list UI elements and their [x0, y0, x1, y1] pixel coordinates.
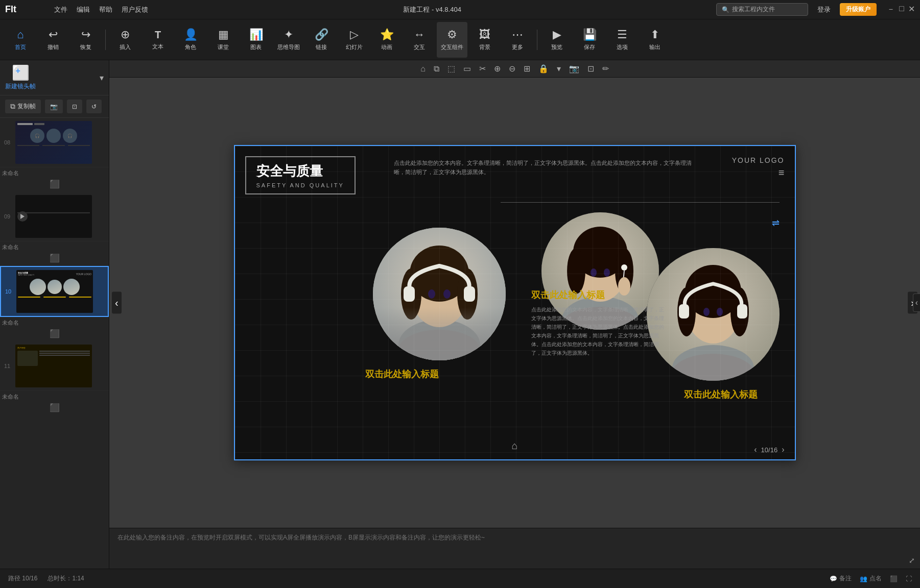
canvas-edit-button[interactable]: ✏ — [600, 62, 611, 75]
main-content: ⬜ + 新建镜头帧 ▾ ⧉ 复制帧 📷 ⊡ ↺ — [0, 60, 920, 569]
toolbar-slides-label: 幻灯片 — [346, 43, 363, 51]
sidebar-tools: ⧉ 复制帧 📷 ⊡ ↺ — [0, 95, 109, 118]
canvas-home-button[interactable]: ⌂ — [418, 63, 428, 75]
canvas-copy-button[interactable]: ⧉ — [431, 63, 442, 75]
canvas-grid-button[interactable]: ⊡ — [585, 62, 597, 75]
sidebar-expand-button[interactable]: ▾ — [100, 73, 104, 83]
app-logo: FIt — [5, 4, 46, 15]
sidebar-top: ⬜ + 新建镜头帧 ▾ — [0, 60, 109, 95]
slide-number-08: 08 — [4, 139, 15, 145]
toolbar-slides[interactable]: ▷ 幻灯片 — [339, 22, 369, 58]
flip-button[interactable]: ↺ — [86, 100, 102, 113]
canvas-camera-button[interactable]: 📷 — [567, 62, 582, 75]
slide-item-10[interactable]: 10 安全与质量 SAFETY AND QUALITY YOUR LOGO — [0, 266, 109, 317]
export-icon: ⬆ — [650, 28, 659, 41]
text-block-right[interactable]: 双击此处输入标题 — [647, 388, 795, 401]
statusbar-left: 路径 10/16 总时长：1:14 — [8, 574, 84, 583]
close-button[interactable]: ✕ — [908, 4, 915, 15]
toolbar-preview[interactable]: ▶ 预览 — [541, 22, 572, 58]
app-title: 新建工程 - v4.8.404 — [148, 5, 716, 14]
menu-edit[interactable]: 编辑 — [77, 5, 90, 14]
login-button[interactable]: 登录 — [813, 4, 835, 16]
minimize-button[interactable]: － — [887, 4, 895, 15]
mask-button[interactable]: ⊡ — [67, 100, 82, 113]
toolbar-character[interactable]: 👤 角色 — [175, 22, 206, 58]
share-button[interactable]: ⬛ — [890, 575, 898, 582]
mindmap-icon: ✦ — [284, 28, 293, 41]
slide-canvas[interactable]: 安全与质量 SAFETY AND QUALITY 点击此处添加您的文本内容。文字… — [234, 145, 796, 460]
slide-item-09[interactable]: 09 — [0, 192, 109, 241]
canvas-lock-button[interactable]: 🔒 — [536, 62, 551, 75]
page-next-button[interactable]: › — [782, 445, 784, 454]
toolbar-background-label: 背景 — [479, 43, 490, 51]
menu-file[interactable]: 文件 — [54, 5, 67, 14]
slide-item-11[interactable]: 11 用户评价 — [0, 341, 109, 391]
circle-image-1[interactable] — [373, 228, 506, 360]
slides-icon: ▷ — [350, 28, 359, 41]
restore-button[interactable]: □ — [899, 4, 904, 15]
toolbar-more-label: 更多 — [512, 43, 523, 51]
toolbar-text[interactable]: T 文本 — [143, 22, 173, 58]
notes-input[interactable] — [117, 533, 912, 564]
pointer-button[interactable]: 👥 点名 — [860, 574, 882, 583]
canvas-paste-button[interactable]: ⬚ — [445, 62, 458, 75]
text-block-left[interactable]: 双击此处输入标题 — [365, 368, 439, 380]
comment-button[interactable]: 💬 备注 — [830, 574, 852, 583]
canvas-fit-button[interactable]: ⊞ — [521, 62, 533, 75]
search-placeholder: 搜索工程内文件 — [732, 5, 775, 14]
slide-name-09: 未命名 — [0, 242, 109, 252]
toolbar-export[interactable]: ⬆ 输出 — [640, 22, 670, 58]
circle-image-3[interactable] — [647, 248, 780, 381]
plus-icon: + — [16, 66, 20, 76]
screenshot-button[interactable]: 📷 — [45, 100, 63, 113]
toolbar-undo[interactable]: ↩ 撤销 — [38, 22, 68, 58]
comment-label: 备注 — [839, 574, 852, 583]
slide-item-08[interactable]: 08 🎧 🎧 — [0, 118, 109, 167]
statusbar: 路径 10/16 总时长：1:14 💬 备注 👥 点名 ⬛ ⛶ — [0, 569, 920, 588]
canvas-wrapper: ‹ 安全与质量 SAFETY AND QUALITY 点击此处添加您的文本内容。… — [109, 78, 920, 528]
toolbar-redo[interactable]: ↪ 恢复 — [70, 22, 101, 58]
slide-header-text[interactable]: 点击此处添加您的文本内容。文字条理清晰，简洁明了，正文字体为思源黑体。点击此处添… — [394, 156, 700, 177]
titlebar-right: 🔍 搜索工程内文件 登录 升级账户 － □ ✕ — [716, 3, 915, 16]
toolbar-mindmap[interactable]: ✦ 思维导图 — [273, 22, 304, 58]
toolbar-animate[interactable]: ⭐ 动画 — [371, 22, 402, 58]
toolbar-options[interactable]: ☰ 选项 — [607, 22, 638, 58]
toolbar-more[interactable]: ⋯ 更多 — [502, 22, 533, 58]
slide-home-bottom-icon[interactable]: ⌂ — [511, 440, 517, 452]
toolbar-character-label: 角色 — [185, 43, 196, 51]
toolbar-insert[interactable]: ⊕ 插入 — [110, 22, 140, 58]
right-panel-toggle[interactable]: ‹ — [913, 293, 920, 312]
toolbar-interact[interactable]: ↔ 交互 — [404, 22, 435, 58]
toolbar-background[interactable]: 🖼 背景 — [469, 22, 500, 58]
canvas-lock-dropdown[interactable]: ▾ — [554, 62, 563, 75]
home-icon: ⌂ — [17, 28, 23, 41]
menu-help[interactable]: 帮助 — [99, 5, 112, 14]
upgrade-button[interactable]: 升级账户 — [840, 3, 877, 16]
new-frame-button[interactable]: ⬜ + 新建镜头帧 — [5, 64, 36, 91]
canvas-zoom-in-button[interactable]: ⊕ — [491, 62, 503, 75]
toolbar-chart[interactable]: 📊 图表 — [241, 22, 271, 58]
toolbar-link[interactable]: 🔗 链接 — [306, 22, 337, 58]
copy-frame-button[interactable]: ⧉ 复制帧 — [5, 100, 41, 113]
toolbar-classroom[interactable]: ▦ 课堂 — [208, 22, 239, 58]
toolbar-home[interactable]: ⌂ 首页 — [5, 22, 36, 58]
text-block-middle[interactable]: 双击此处输入标题 点击此处添加您的文本内容，文字条理清晰，简洁明了，正文字体为思… — [531, 289, 664, 357]
canvas-cut-button[interactable]: ✂ — [477, 62, 488, 75]
toolbar-interact-comp[interactable]: ⚙ 交互组件 — [437, 22, 467, 58]
fullscreen-button[interactable]: ⛶ — [906, 575, 912, 582]
slide-badge-09: ⬛ — [0, 252, 109, 264]
menu-feedback[interactable]: 用户反馈 — [122, 5, 148, 14]
canvas-frame-button[interactable]: ▭ — [461, 62, 474, 75]
toolbar-save[interactable]: 💾 保存 — [574, 22, 605, 58]
slide-title-box[interactable]: 安全与质量 SAFETY AND QUALITY — [245, 156, 356, 194]
svg-point-34 — [703, 308, 710, 316]
new-frame-label: 新建镜头帧 — [5, 82, 36, 91]
pointer-label: 点名 — [869, 574, 882, 583]
expand-notes-icon[interactable]: ⤢ — [909, 556, 915, 565]
svg-rect-7 — [404, 286, 415, 302]
search-box[interactable]: 🔍 搜索工程内文件 — [716, 3, 808, 16]
slide-group-10: 10 安全与质量 SAFETY AND QUALITY YOUR LOGO — [0, 266, 109, 339]
canvas-prev-button[interactable]: ‹ — [112, 292, 122, 314]
page-prev-button[interactable]: ‹ — [754, 445, 757, 454]
canvas-zoom-out-button[interactable]: ⊖ — [506, 62, 518, 75]
